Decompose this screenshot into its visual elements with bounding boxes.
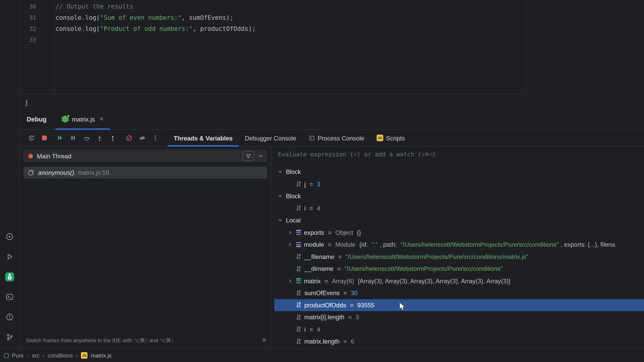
variable-name: i bbox=[304, 205, 306, 212]
tab-close-icon[interactable]: ✕ bbox=[99, 116, 104, 122]
mute-breakpoints-icon[interactable] bbox=[123, 132, 135, 144]
breadcrumb-separator: › bbox=[76, 352, 78, 359]
code-token: console.log( bbox=[56, 14, 100, 21]
terminal-icon[interactable] bbox=[4, 292, 15, 302]
variable-value: Array(6) bbox=[332, 277, 356, 284]
variable-row[interactable]: 1001matrix.length = 6 bbox=[271, 335, 644, 348]
chevron-right-icon[interactable] bbox=[286, 241, 293, 248]
debugger-view-tabs: Threads & Variables Debugger Console Pro… bbox=[168, 130, 411, 146]
variable-row[interactable]: 1001i = 4 bbox=[271, 202, 644, 214]
breadcrumb-src[interactable]: src bbox=[32, 352, 40, 359]
console-icon bbox=[308, 134, 315, 141]
variable-row[interactable]: 1001j = 3 bbox=[271, 178, 644, 190]
project-icon bbox=[4, 353, 8, 358]
variable-row[interactable]: exports = Object {} bbox=[271, 226, 644, 239]
evaluate-expression-input[interactable]: Evaluate expression (⏎) or add a watch (… bbox=[271, 147, 644, 162]
variable-row[interactable]: 1001__filename = "/Users/helenscott/Webs… bbox=[271, 251, 644, 263]
nodejs-icon bbox=[62, 115, 69, 123]
debug-toolbar: Threads & Variables Debugger Console Pro… bbox=[20, 130, 644, 146]
scope-row[interactable]: Local bbox=[271, 214, 644, 226]
equals-sign: = bbox=[308, 180, 315, 188]
services-icon[interactable] bbox=[4, 231, 15, 242]
equals-sign: = bbox=[326, 241, 333, 248]
filter-button[interactable] bbox=[243, 151, 254, 161]
tab-threads-variables[interactable]: Threads & Variables bbox=[168, 130, 239, 146]
code-token: "Sum of even numbers:" bbox=[100, 14, 182, 21]
tab-matrix-js[interactable]: matrix.js ✕ bbox=[56, 109, 110, 129]
js-badge-icon: JS bbox=[376, 135, 383, 141]
code-token: console.log( bbox=[56, 25, 100, 32]
resume-icon[interactable] bbox=[54, 132, 66, 144]
editor-code[interactable]: // Output the resultsconsole.log("Sum of… bbox=[55, 0, 526, 94]
crossed-eye-icon[interactable] bbox=[136, 132, 148, 144]
breadcrumb-file[interactable]: matrix.js bbox=[91, 352, 112, 359]
primitive-variable-icon: 1001 bbox=[295, 205, 302, 211]
chevron-down-icon[interactable] bbox=[258, 152, 264, 160]
array-variable-icon bbox=[295, 278, 302, 284]
code-editor[interactable]: 30313233 // Output the resultsconsole.lo… bbox=[20, 0, 526, 94]
tab-debugger-console[interactable]: Debugger Console bbox=[239, 130, 302, 146]
chevron-down-icon[interactable] bbox=[277, 217, 284, 224]
version-control-icon[interactable] bbox=[4, 332, 15, 343]
stop-icon[interactable] bbox=[38, 132, 50, 144]
chevron-down-icon[interactable] bbox=[277, 169, 284, 175]
app-root: 30313233 // Output the resultsconsole.lo… bbox=[0, 0, 644, 362]
evaluate-placeholder: Evaluate expression (⏎) or add a watch (… bbox=[278, 151, 436, 158]
debug-panel-title: Debug bbox=[27, 116, 46, 123]
debug-icon[interactable] bbox=[4, 271, 15, 282]
debug-tool-window: Debug matrix.js ✕ bbox=[20, 109, 644, 348]
scope-row[interactable]: Block bbox=[271, 190, 644, 202]
equals-sign: = bbox=[336, 253, 344, 260]
pause-icon[interactable] bbox=[68, 132, 79, 144]
stack-frame-row[interactable]: anonymous(), matrix.js:18 bbox=[24, 167, 268, 178]
variable-value: 3 bbox=[317, 180, 320, 188]
funnel-icon bbox=[245, 153, 252, 159]
tab-process-console[interactable]: Process Console bbox=[302, 130, 370, 146]
chevron-right-icon[interactable] bbox=[286, 278, 293, 284]
variable-value: "/Users/helenscott/WebstormProjects/Pure… bbox=[346, 253, 528, 260]
code-line: // Output the results bbox=[56, 1, 526, 12]
editor-overflow-text: j bbox=[25, 99, 28, 106]
run-icon[interactable] bbox=[4, 251, 15, 262]
variable-name: j bbox=[304, 180, 306, 188]
breadcrumb-project[interactable]: Pure bbox=[12, 352, 24, 359]
scope-row[interactable]: Block bbox=[271, 166, 644, 178]
primitive-variable-icon: 1001 bbox=[295, 302, 302, 308]
code-line: console.log("Sum of even numbers:", sumO… bbox=[56, 12, 526, 23]
step-into-icon[interactable] bbox=[94, 132, 105, 144]
line-number: 32 bbox=[20, 23, 36, 34]
equals-sign: = bbox=[346, 314, 354, 321]
equals-sign: = bbox=[323, 277, 330, 284]
more-options-icon[interactable] bbox=[150, 132, 161, 144]
frame-icon bbox=[28, 169, 34, 176]
variable-row[interactable]: 1001productOfOdds = 93555 bbox=[271, 299, 644, 311]
line-number: 33 bbox=[20, 34, 36, 45]
breadcrumb-conditions[interactable]: conditions bbox=[48, 352, 73, 359]
code-token: // Output the results bbox=[56, 3, 133, 10]
variable-value: [Array(3), Array(3), Array(3), Array(3),… bbox=[358, 277, 510, 284]
variable-row[interactable]: 1001matrix[i].length = 3 bbox=[271, 311, 644, 323]
variable-row[interactable]: matrix = Array(6) [Array(3), Array(3), A… bbox=[271, 275, 644, 287]
variable-row[interactable]: 1001__dirname = "/Users/helenscott/Webst… bbox=[271, 263, 644, 275]
step-out-icon[interactable] bbox=[107, 132, 118, 144]
variable-name: matrix[i].length bbox=[304, 314, 344, 321]
tab-scripts[interactable]: JS Scripts bbox=[370, 130, 411, 146]
rerun-icon[interactable] bbox=[26, 132, 37, 144]
step-over-icon[interactable] bbox=[80, 132, 92, 144]
variable-name: sumOfEvens bbox=[304, 290, 340, 297]
variables-tree: Block1001j = 3Block1001i = 4Localexports… bbox=[271, 162, 644, 348]
breadcrumb-separator: › bbox=[27, 352, 29, 359]
variable-row[interactable]: module = Module {id: ".", path: "/Users/… bbox=[271, 239, 644, 251]
equals-sign: = bbox=[342, 290, 349, 297]
problems-icon[interactable] bbox=[4, 312, 15, 322]
thread-selector[interactable]: Main Thread bbox=[24, 150, 268, 162]
scope-label: Block bbox=[286, 168, 301, 175]
variable-name: __dirname bbox=[304, 265, 334, 272]
variable-value: "." bbox=[372, 241, 378, 248]
variable-row[interactable]: 1001sumOfEvens = 30 bbox=[271, 287, 644, 299]
primitive-variable-icon: 1001 bbox=[295, 254, 302, 259]
chevron-right-icon[interactable] bbox=[286, 229, 293, 236]
variable-row[interactable]: 1001i = 4 bbox=[271, 323, 644, 335]
chevron-down-icon[interactable] bbox=[277, 193, 284, 199]
close-icon[interactable]: ✕ bbox=[262, 337, 267, 344]
